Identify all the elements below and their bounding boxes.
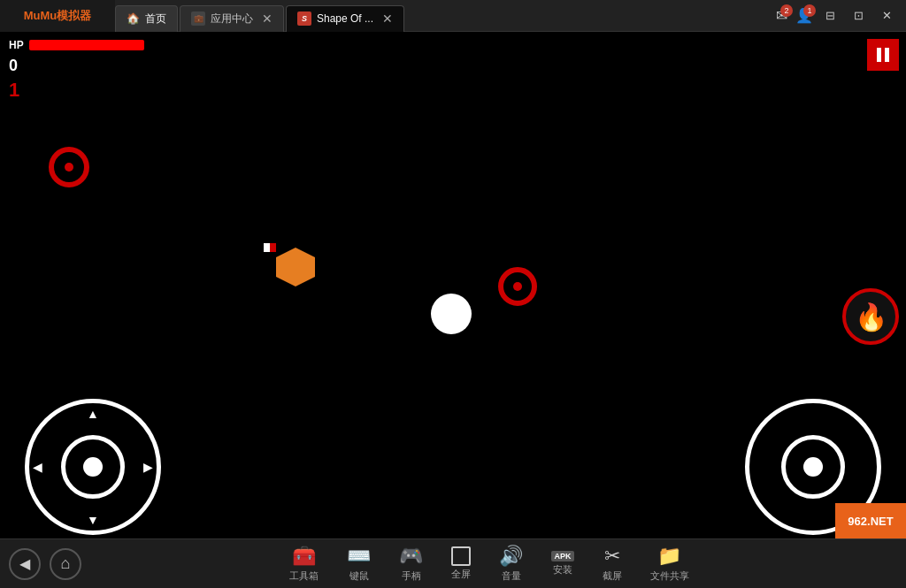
mail-notification[interactable]: ✉ 2 — [772, 6, 791, 26]
toolbar-volume[interactable]: 🔊 音量 — [492, 541, 530, 586]
tab-appstore-close[interactable]: ✕ — [262, 11, 273, 26]
joystick-right-inner — [781, 435, 845, 499]
tab-home-label: 首页 — [145, 11, 166, 27]
hp-label: HP — [9, 39, 24, 51]
toolbar-keyboard[interactable]: ⌨️ 键鼠 — [340, 541, 378, 586]
joystick-left-dot — [83, 457, 103, 477]
home-nav-icon: ⌂ — [61, 554, 71, 573]
pause-icon — [877, 48, 889, 62]
joystick-left-outer: ▲ ▼ ◀ ▶ — [25, 399, 161, 535]
tab-game-close[interactable]: ✕ — [382, 11, 393, 26]
tab-appstore[interactable]: 💼 应用中心 ✕ — [180, 5, 284, 32]
joystick-left[interactable]: ▲ ▼ ◀ ▶ — [25, 399, 161, 535]
tab-home[interactable]: 🏠 首页 — [115, 5, 178, 32]
tab-bar: 🏠 首页 💼 应用中心 ✕ S Shape Of ... ✕ — [115, 0, 764, 32]
gamepad-label: 手柄 — [402, 569, 421, 583]
fullscreen-icon — [451, 546, 471, 566]
player-flag — [264, 243, 276, 252]
logo-text: MuMu模拟器 — [24, 8, 92, 24]
hp-bar-container: HP — [9, 39, 144, 51]
home-icon: 🏠 — [127, 12, 140, 25]
joystick-right-dot — [803, 457, 823, 477]
keyboard-icon: ⌨️ — [347, 545, 371, 568]
enemy-ring-midright — [498, 267, 537, 306]
bottom-toolbar: ◀ ⌂ 🧰 工具箱 ⌨️ 键鼠 🎮 手柄 全屏 — [0, 538, 906, 588]
toolbar-toolbox[interactable]: 🧰 工具箱 — [282, 541, 326, 586]
dpad-up-icon: ▲ — [87, 407, 99, 421]
toolbar-left: ◀ ⌂ — [9, 548, 81, 580]
fullscreen-label: 全屏 — [451, 568, 471, 581]
toolbar-fileshare[interactable]: 📁 文件共享 — [643, 541, 696, 586]
fire-button[interactable]: 🔥 — [842, 288, 899, 345]
dpad-left-icon: ◀ — [33, 460, 42, 474]
appstore-icon: 💼 — [191, 11, 205, 26]
toolbar-install[interactable]: APK 安装 — [544, 547, 580, 580]
joystick-left-inner — [61, 435, 125, 499]
screenshot-label: 截屏 — [603, 569, 622, 583]
dpad-down-icon: ▼ — [87, 513, 99, 527]
mail-badge-count: 2 — [780, 4, 793, 17]
close-button[interactable]: ✕ — [874, 6, 899, 26]
nav-back-button[interactable]: ◀ — [9, 548, 41, 580]
game-area: HP 0 1 🔥 ▲ ▼ ◀ ▶ — [0, 32, 906, 588]
apk-icon: APK — [551, 551, 573, 561]
enemy-ring-topleft — [49, 147, 89, 187]
install-label: 安装 — [553, 563, 572, 577]
dpad-right-icon: ▶ — [143, 460, 153, 474]
screenshot-icon: ✂ — [604, 545, 620, 568]
tab-game[interactable]: S Shape Of ... ✕ — [286, 5, 404, 32]
score-display: 0 1 — [9, 55, 19, 104]
fire-icon: 🔥 — [855, 302, 887, 332]
score-1: 1 — [9, 77, 19, 104]
toolbox-label: 工具箱 — [289, 569, 319, 583]
toolbar-screenshot[interactable]: ✂ 截屏 — [595, 541, 629, 586]
player-hexagon — [276, 248, 315, 286]
tab-game-label: Shape Of ... — [317, 12, 373, 25]
white-ball — [431, 294, 472, 334]
app-logo: MuMu模拟器 — [0, 0, 115, 32]
fileshare-icon: 📁 — [657, 545, 681, 568]
watermark-text: 962.NET — [848, 515, 893, 528]
back-icon: ◀ — [19, 555, 30, 572]
hp-bar — [29, 40, 144, 50]
toolbox-icon: 🧰 — [292, 545, 316, 568]
user-notification[interactable]: 👤 1 — [795, 6, 814, 26]
pause-button[interactable] — [867, 39, 899, 71]
tab-appstore-label: 应用中心 — [211, 11, 253, 27]
score-0: 0 — [9, 55, 19, 77]
minimize-button[interactable]: ⊟ — [818, 6, 842, 26]
volume-label: 音量 — [502, 569, 521, 583]
gamepad-icon: 🎮 — [399, 545, 423, 568]
toolbar-fullscreen[interactable]: 全屏 — [444, 543, 478, 584]
toolbar-gamepad[interactable]: 🎮 手柄 — [392, 541, 430, 586]
titlebar: MuMu模拟器 🏠 首页 💼 应用中心 ✕ S Shape Of ... ✕ ✉… — [0, 0, 906, 32]
fileshare-label: 文件共享 — [650, 569, 689, 583]
restore-button[interactable]: ⊡ — [846, 6, 871, 26]
titlebar-controls: ✉ 2 👤 1 ⊟ ⊡ ✕ — [764, 6, 906, 26]
game-tab-icon: S — [297, 11, 311, 26]
toolbar-center: 🧰 工具箱 ⌨️ 键鼠 🎮 手柄 全屏 🔊 音量 APK 安装 — [81, 541, 897, 586]
keyboard-label: 键鼠 — [349, 569, 369, 583]
volume-icon: 🔊 — [499, 545, 523, 568]
watermark: 962.NET — [835, 503, 906, 538]
nav-home-button[interactable]: ⌂ — [50, 548, 81, 580]
user-badge-count: 1 — [803, 4, 816, 17]
